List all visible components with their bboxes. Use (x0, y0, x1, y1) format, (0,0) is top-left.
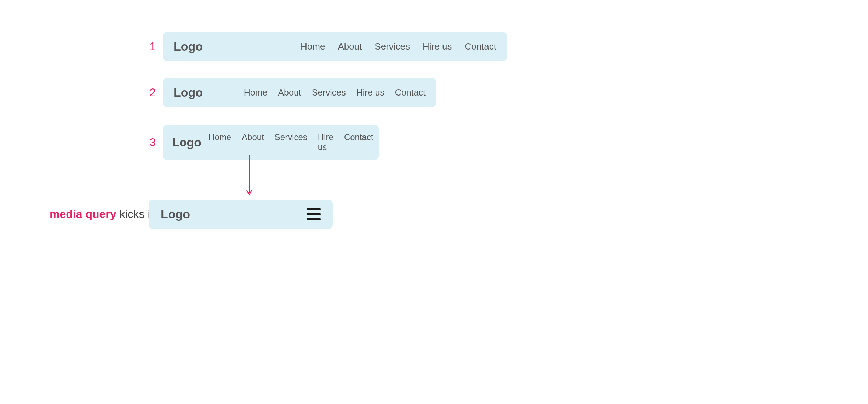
logo[interactable]: Logo (173, 40, 203, 53)
arrow-down-icon (246, 155, 253, 197)
nav-services[interactable]: Services (375, 41, 410, 52)
logo[interactable]: Logo (172, 135, 201, 149)
hamburger-icon[interactable] (307, 208, 321, 220)
nav-home[interactable]: Home (301, 41, 325, 52)
nav-hire-us[interactable]: Hire us (423, 41, 452, 52)
nav-about[interactable]: About (278, 87, 301, 98)
nav-links: Home About Services Hire us Contact (244, 87, 426, 98)
nav-contact[interactable]: Contact (395, 87, 426, 98)
annotation-media-query-bold: media query (50, 208, 116, 220)
navbar-medium: Logo Home About Services Hire us Contact (163, 78, 436, 107)
step-number-2: 2 (135, 86, 156, 99)
navbar-large: Logo Home About Services Hire us Contact (163, 32, 507, 61)
nav-services[interactable]: Services (275, 132, 307, 152)
annotation-media-query: media query kicks in (50, 208, 142, 221)
step-number-3: 3 (135, 136, 156, 149)
nav-contact[interactable]: Contact (344, 132, 373, 152)
nav-links: Home About Services Hire us Contact (301, 41, 496, 52)
nav-about[interactable]: About (338, 41, 362, 52)
nav-contact[interactable]: Contact (464, 41, 496, 52)
navbar-collapsed: Logo (149, 200, 333, 229)
nav-services[interactable]: Services (312, 87, 346, 98)
navbar-small: Logo Home About Services Hire us Contact (163, 125, 379, 160)
nav-about[interactable]: About (242, 132, 264, 152)
logo[interactable]: Logo (173, 86, 203, 99)
step-number-1: 1 (135, 40, 156, 53)
nav-hire-us[interactable]: Hire us (318, 132, 333, 152)
nav-hire-us[interactable]: Hire us (356, 87, 384, 98)
nav-home[interactable]: Home (244, 87, 268, 98)
nav-links: Home About Services Hire us Contact (209, 132, 373, 152)
logo[interactable]: Logo (161, 207, 190, 221)
nav-home[interactable]: Home (209, 132, 231, 152)
